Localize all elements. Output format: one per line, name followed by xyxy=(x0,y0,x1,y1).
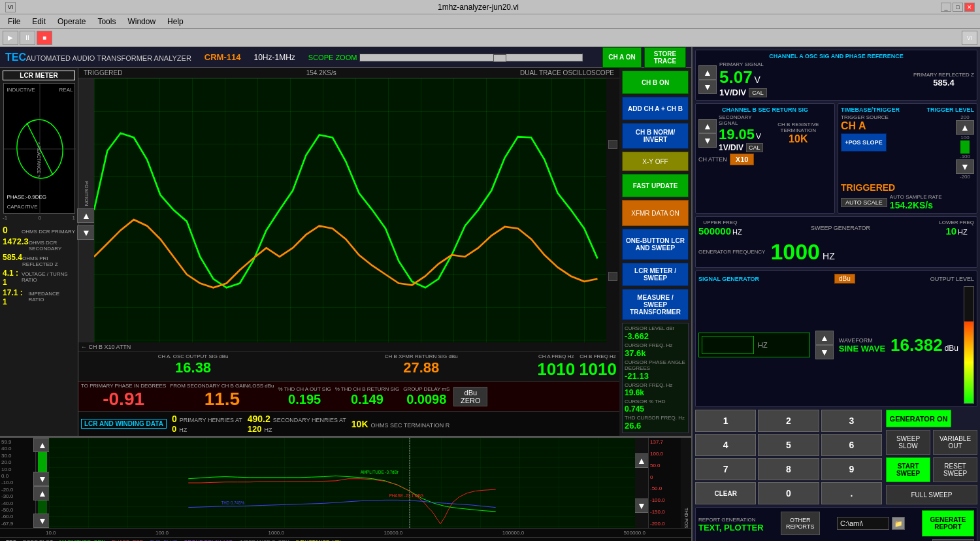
num-7-button[interactable]: 7 xyxy=(695,458,756,480)
num-9-button[interactable]: 9 xyxy=(821,458,882,480)
num-dot-button[interactable]: . xyxy=(821,482,882,504)
cursor-freq2-row: CURSOR FREQ. Hz 19.6k xyxy=(625,382,686,397)
menu-operate[interactable]: Operate xyxy=(52,16,91,27)
menu-file[interactable]: File xyxy=(3,16,25,27)
sweep-slow-row: SWEEP SLOW VARIABLE OUT xyxy=(886,430,977,455)
sweep-slow-button[interactable]: SWEEP SLOW xyxy=(886,430,930,455)
waveform-section: WAVEFORM SINE WAVE xyxy=(839,337,885,353)
generator-on-button[interactable]: GENERATOR ON xyxy=(886,410,951,427)
trigger-source-label: TRIGGER SOURCE xyxy=(841,114,953,120)
ch-b-norm-button[interactable]: CH B NORM/ INVERT xyxy=(622,123,689,149)
ch-b-down-button[interactable]: ▼ xyxy=(698,133,717,148)
primary-cal-button[interactable]: CAL xyxy=(749,88,767,97)
output-level-value: 16.382 xyxy=(890,335,943,355)
ch-b-freq-label: CH B FREQ Hz xyxy=(580,353,616,359)
auto-scale-button[interactable]: AUTO SCALE xyxy=(841,198,887,207)
scope-display xyxy=(94,78,606,342)
num-1-button[interactable]: 1 xyxy=(695,410,756,432)
xy-off-button[interactable]: X-Y OFF xyxy=(622,152,689,171)
dbu-zero-button[interactable]: dBu ZERO xyxy=(453,387,487,406)
to-primary-label: TO PRIMARY PHASE IN DEGREES xyxy=(81,383,166,389)
upper-freq-section: UPPER FREQ 500000 HZ xyxy=(698,220,742,237)
num-0-button[interactable]: 0 xyxy=(758,482,819,504)
ch-b-up-button[interactable]: ▲ xyxy=(698,119,717,133)
ch-a-on-button[interactable]: CH A ON xyxy=(602,47,642,68)
run-button[interactable]: ▶ xyxy=(3,31,18,45)
thd-ch-b-value: 0.149 xyxy=(351,392,384,407)
num-3-button[interactable]: 3 xyxy=(821,410,882,432)
ch-a-down-button[interactable]: ▼ xyxy=(698,80,717,94)
one-button-lcr-button[interactable]: ONE-BUTTON LCR AND SWEEP xyxy=(622,229,689,260)
waveform-arrows: ▲ ▼ xyxy=(815,331,834,359)
menu-help[interactable]: Help xyxy=(162,16,189,27)
report-path-input[interactable] xyxy=(837,517,889,530)
from-secondary-value: 11.5 xyxy=(204,389,240,410)
ch-b-indicator-box2 xyxy=(608,272,617,281)
ch-b-indicator-box xyxy=(608,140,617,149)
menu-edit[interactable]: Edit xyxy=(27,16,51,27)
scope-zoom-thumb[interactable] xyxy=(493,54,506,62)
ch-a-arrows: ▲ ▼ xyxy=(698,65,717,94)
secondary-hz-value: 120 xyxy=(248,424,262,434)
phase-top: 137.7 xyxy=(650,439,679,445)
y-axis-11: -60.0 xyxy=(1,514,34,519)
primary-voltage: 5.07 xyxy=(719,67,753,88)
primary-unit: V xyxy=(755,74,760,85)
ch-atten-button[interactable]: X10 xyxy=(730,154,755,165)
num-8-button[interactable]: 8 xyxy=(758,458,819,480)
pos-up-button[interactable]: ▲ xyxy=(77,208,95,223)
generate-report-button[interactable]: GENERATE REPORT xyxy=(922,510,974,536)
waveform-down-button[interactable]: ▼ xyxy=(815,345,834,359)
trigger-down-button[interactable]: ▼ xyxy=(956,159,974,174)
ch-b-inner: ▲ ▼ SECONDARY SIGNAL 19.05 V 1V/DIV CAL xyxy=(698,114,832,152)
ohms-dcr-secondary-label: OHMS DCR SECONDARY xyxy=(29,240,75,252)
cursor-thd-label: CURSOR % THD xyxy=(625,399,686,404)
store-trace-button[interactable]: STORE TRACE xyxy=(644,47,686,68)
channel-b-section: CHANNEL B SEC RETURN SIG ▲ ▼ SECONDARY S… xyxy=(695,103,835,214)
num-4-button[interactable]: 4 xyxy=(695,434,756,456)
secondary-cal-button[interactable]: CAL xyxy=(746,143,763,152)
full-sweep-button[interactable]: FULL SWEEP xyxy=(886,485,977,504)
lcr-meter-sweep-button[interactable]: LCR METER / SWEEP xyxy=(622,263,689,286)
xfmr-data-button[interactable]: XFMR DATA ON xyxy=(622,200,689,226)
scale-mid: 0 xyxy=(39,215,41,221)
ch-atten-row: CH ATTEN X10 xyxy=(698,154,832,165)
pos-down-button[interactable]: ▼ xyxy=(77,225,95,240)
num-2-button[interactable]: 2 xyxy=(758,410,819,432)
close-button[interactable]: ✕ xyxy=(964,3,975,12)
fast-update-button[interactable]: FAST UPDATE xyxy=(622,174,689,197)
reset-sweep-button[interactable]: RESET SWEEP xyxy=(933,457,977,482)
ch-b-on-button[interactable]: CH B ON xyxy=(622,71,689,94)
trigger-up-button[interactable]: ▲ xyxy=(956,120,974,135)
browse-button[interactable]: 📁 xyxy=(892,517,905,530)
measure-sweep-button[interactable]: MEASURE / SWEEP TRANSFORMER xyxy=(622,289,689,320)
scale-200: 200 xyxy=(960,114,969,120)
secondary-unit: V xyxy=(756,132,761,141)
scope-waveform-svg xyxy=(94,78,606,342)
num-5-button[interactable]: 5 xyxy=(758,434,819,456)
scope-zoom-slider[interactable] xyxy=(359,54,583,61)
sig-gen-freq-input[interactable] xyxy=(702,336,754,354)
thd-pos-indicator: THD POS xyxy=(681,438,691,528)
num-clear-button[interactable]: CLEAR xyxy=(695,482,756,504)
pos-slope-button[interactable]: +POS SLOPE xyxy=(841,133,887,152)
dbu-button[interactable]: dBu xyxy=(834,274,855,284)
abort-button[interactable]: ■ xyxy=(37,31,52,45)
maximize-button[interactable]: □ xyxy=(953,3,963,12)
variable-out-button[interactable]: VARIABLE OUT xyxy=(933,430,977,455)
ch-a-freq-label: CH A FREQ Hz xyxy=(538,353,574,359)
y-axis-bot: -67.9 xyxy=(1,521,34,527)
thd-ch-b-label: % THD CH B RETURN SIG xyxy=(335,386,400,392)
minimize-button[interactable]: _ xyxy=(941,3,951,12)
menu-tools[interactable]: Tools xyxy=(92,16,121,27)
start-sweep-button[interactable]: START SWEEP xyxy=(886,457,930,482)
waveform-up-button[interactable]: ▲ xyxy=(815,331,834,345)
num-6-button[interactable]: 6 xyxy=(821,434,882,456)
lower-freq-row: 10 HZ xyxy=(945,225,967,237)
add-ch-ab-button[interactable]: ADD CH A + CH B xyxy=(622,97,689,120)
app-icon: VI xyxy=(5,2,16,12)
stop-continuous-button[interactable]: ⏸ xyxy=(20,31,35,45)
other-reports-button[interactable]: OTHER REPORTS xyxy=(781,512,820,535)
menu-window[interactable]: Window xyxy=(122,16,161,27)
ch-a-up-button[interactable]: ▲ xyxy=(698,65,717,80)
